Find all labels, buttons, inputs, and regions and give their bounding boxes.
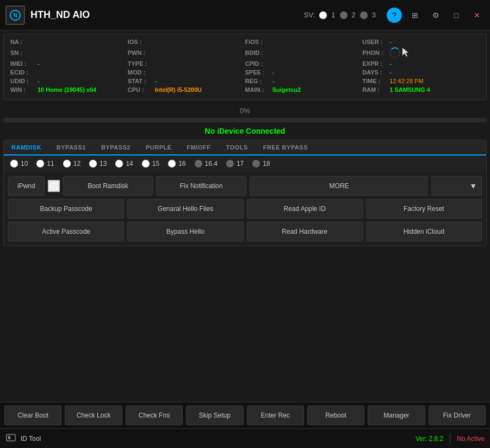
ipwnd-row: iPwnd Boot Ramdisk Fix Notification MORE… (8, 176, 482, 196)
active-passcode-button[interactable]: Active Passcode (8, 222, 124, 241)
ios-label: IOS : (128, 39, 155, 45)
tab-purple[interactable]: PURPLE (138, 140, 179, 154)
help-button[interactable]: ? (387, 8, 402, 23)
windows-button[interactable]: ⊞ (407, 8, 423, 23)
ver-11-label: 11 (47, 160, 54, 167)
settings-button[interactable]: ⚙ (428, 8, 443, 23)
ver-dot-13[interactable]: 13 (89, 160, 107, 167)
read-hardware-button[interactable]: Read Hardware (247, 222, 363, 241)
info-cell-reg: REG : - (245, 78, 363, 84)
info-cell-mod: MOD : (128, 69, 245, 76)
progress-area: 0% (0, 103, 490, 118)
info-cell-udid: UDID : - (10, 78, 128, 84)
check-fmi-button[interactable]: Check Fmi (126, 406, 183, 425)
info-cell-sn: SN : (10, 49, 128, 56)
more-dropdown-arrow[interactable]: ▼ (431, 176, 482, 196)
type-label: TYPE : (128, 60, 155, 67)
dot-10 (10, 160, 18, 167)
ver-14-label: 14 (126, 160, 133, 167)
info-cell-stat: STAT : - (128, 78, 245, 84)
read-apple-id-button[interactable]: Read Apple ID (247, 199, 363, 219)
ver-dot-164[interactable]: 16.4 (195, 160, 218, 167)
status-bar-tool-text: ID Tool (21, 435, 41, 443)
fix-notification-button[interactable]: Fix Notification (156, 176, 246, 196)
ver-18-label: 18 (263, 160, 270, 167)
fios-label: FiOS : (245, 39, 272, 45)
ver-dot-11[interactable]: 11 (36, 160, 54, 167)
cursor-arrow (402, 48, 409, 58)
expr-value: - (389, 60, 392, 67)
ver-dot-18[interactable]: 18 (252, 160, 270, 167)
sv-2: 2 (352, 11, 356, 19)
info-cell-fios: FiOS : (245, 39, 363, 45)
tab-free-bypass[interactable]: FREE BYPASS (256, 140, 315, 154)
ipwnd-square[interactable] (48, 180, 60, 192)
sv-area: SV: 1 2 3 (304, 11, 376, 19)
dot-18 (252, 160, 260, 167)
info-row-2: SN : PWN : BDID : PHON : (10, 47, 480, 58)
reg-label: REG : (245, 78, 272, 84)
expr-label: EXPR : (362, 60, 389, 67)
ver-dot-14[interactable]: 14 (115, 160, 133, 167)
ipwnd-button[interactable]: iPwnd (8, 176, 45, 196)
more-label-button[interactable]: MORE (250, 176, 428, 196)
phon-label: PHON : (362, 49, 389, 56)
no-device-text: No iDevice Connected (205, 127, 286, 135)
dot-164 (195, 160, 202, 167)
boot-ramdisk-button[interactable]: Boot Ramdisk (63, 176, 153, 196)
title-icons: ? ⊞ ⚙ □ ✕ (387, 8, 485, 23)
sv-1: 1 (331, 11, 335, 19)
reg-value: - (272, 78, 275, 84)
tab-tools[interactable]: TOOLS (219, 140, 256, 154)
ver-dot-17[interactable]: 17 (226, 160, 244, 167)
svg-rect-4 (8, 436, 10, 439)
app-icon: N (5, 5, 25, 25)
days-label: DAYS : (362, 69, 389, 76)
genaral-hello-files-button[interactable]: Genaral Hello Files (127, 199, 243, 219)
ver-dot-16[interactable]: 16 (168, 160, 185, 167)
action-row-3: Active Passcode Bypass Hello Read Hardwa… (8, 222, 482, 241)
info-cell-bdid: BDID : (245, 49, 363, 56)
progress-percent: 0% (240, 107, 250, 115)
clear-boot-button[interactable]: Clear Boot (4, 406, 61, 425)
close-button[interactable]: ✕ (469, 8, 485, 23)
ver-17-label: 17 (237, 160, 244, 167)
manager-button[interactable]: Manager (368, 406, 425, 425)
ver-dot-15[interactable]: 15 (142, 160, 159, 167)
minimize-button[interactable]: □ (449, 8, 464, 23)
info-cell-na: NA : (10, 39, 128, 45)
version-dots: 10 11 12 13 14 15 16 16.4 (4, 155, 486, 172)
info-row-4: ECID : MOD : SPEE : - DAYS : - (10, 69, 480, 76)
tab-bypass1[interactable]: BYPASS1 (49, 140, 94, 154)
tab-bypass2[interactable]: BYPASS2 (94, 140, 138, 154)
bypass-hello-button[interactable]: Bypass Hello (127, 222, 243, 241)
skip-setup-button[interactable]: Skip Setup (186, 406, 243, 425)
status-bar: ID Tool Ver: 2.8.2 No Active (0, 428, 490, 448)
ver-164-label: 16.4 (205, 160, 218, 167)
win-value: 10 Home (19045) x64 (38, 86, 96, 93)
check-lock-button[interactable]: Check Lock (65, 406, 122, 425)
fix-driver-button[interactable]: Fix Driver (429, 406, 486, 425)
reboot-button[interactable]: Reboot (307, 406, 364, 425)
tab-bar: RAMDISK BYPASS1 BYPASS2 PURPLE FMIOFF TO… (4, 140, 486, 155)
buttons-grid: iPwnd Boot Ramdisk Fix Notification MORE… (4, 172, 486, 246)
action-row-2: Backup Passcode Genaral Hello Files Read… (8, 199, 482, 219)
hidden-icloud-button[interactable]: Hidden iCloud (366, 222, 482, 241)
app-title: HTH_ND AIO (30, 9, 304, 21)
cpid-label: CPID : (245, 60, 272, 67)
stat-value: - (155, 78, 157, 84)
dot-14 (115, 160, 123, 167)
tab-fmioff[interactable]: FMIOFF (179, 140, 219, 154)
backup-passcode-button[interactable]: Backup Passcode (8, 199, 124, 219)
ver-dot-12[interactable]: 12 (63, 160, 80, 167)
enter-rec-button[interactable]: Enter Rec (247, 406, 304, 425)
days-value: - (389, 69, 392, 76)
factory-reset-button[interactable]: Factory Reset (366, 199, 482, 219)
info-cell-main: MAIN : Suigetsu2 (245, 86, 363, 93)
status-divider (450, 433, 450, 444)
info-cell-days: DAYS : - (362, 69, 480, 76)
ver-dot-10[interactable]: 10 (10, 160, 28, 167)
active-status-text: No Active (457, 435, 485, 443)
tab-ramdisk[interactable]: RAMDISK (4, 140, 49, 155)
status-text: No iDevice Connected (0, 122, 490, 140)
